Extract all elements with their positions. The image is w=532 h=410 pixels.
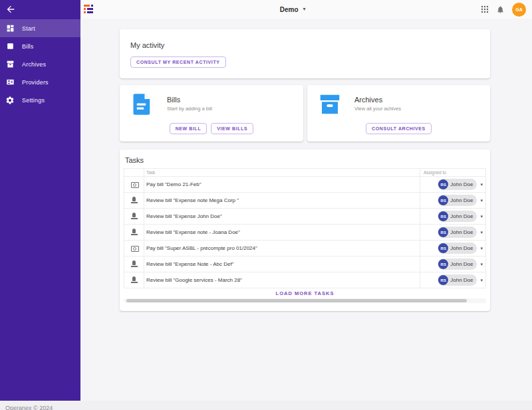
footer: Operanex © 2024 (0, 401, 532, 410)
sidebar-item-archives[interactable]: Archives (0, 55, 80, 73)
task-label: Review bill "Expense note - Joana Doe" (144, 225, 420, 240)
bills-title: Bills (167, 96, 212, 104)
task-type-icon (130, 197, 138, 204)
assigned-column-header: Assigned to (420, 169, 485, 176)
chevron-down-icon[interactable] (480, 214, 483, 219)
sidebar-item-start[interactable]: Start (0, 19, 80, 37)
sidebar-item-settings[interactable]: Settings (0, 91, 80, 109)
workspace-switcher[interactable]: Demo (280, 0, 306, 19)
assignee-chip[interactable]: RS John Doe (438, 243, 477, 254)
task-label: Review bill "Expense Note - Abc Def" (144, 256, 420, 272)
task-label: Review bill "Expense John Doe" (144, 209, 420, 224)
tasks-table: Task Assigned to Pay bill "Demo 21-Feb" … (124, 168, 486, 288)
activity-title: My activity (130, 41, 164, 49)
tasks-table-header: Task Assigned to (124, 169, 485, 177)
task-type-icon (130, 260, 138, 268)
main-content: My activity CONSULT MY RECENT ACTIVITY B… (80, 19, 532, 401)
tasks-title: Tasks (125, 156, 144, 164)
bills-card: Bills Start by adding a bill NEW BILL VI… (120, 85, 303, 142)
app-logo[interactable] (84, 5, 94, 14)
footer-copyright: Operanex © 2024 (0, 403, 53, 410)
task-type-icon (130, 276, 138, 284)
sidebar-nav: Start Bills Archives Providers Settings (0, 19, 80, 109)
archive-icon (5, 60, 15, 69)
assignee-avatar: RS (438, 227, 448, 237)
assignee-chip[interactable]: RS John Doe (438, 179, 477, 190)
table-row: Pay bill "Demo 21-Feb" RS John Doe (124, 177, 485, 193)
task-label: Review bill "Google services - March 28" (144, 272, 420, 288)
assignee-avatar: RS (438, 275, 448, 285)
consult-archives-button[interactable]: CONSULT ARCHIVES (366, 123, 432, 134)
notifications-button[interactable] (496, 5, 505, 14)
note-icon (5, 42, 15, 51)
bell-icon (496, 5, 505, 14)
table-row: Review bill "Expense note Mega Corp " RS… (124, 193, 485, 209)
table-row: Pay bill "Super ASBL - précompte pro 01/… (124, 241, 485, 256)
back-arrow-icon (5, 4, 16, 17)
assignee-chip[interactable]: RS John Doe (438, 227, 477, 238)
table-row: Review bill "Expense John Doe" RS John D… (124, 209, 485, 225)
assignee-name: John Doe (450, 197, 473, 203)
load-more-tasks-button[interactable]: LOAD MORE TASKS (120, 290, 490, 296)
sidebar-item-label: Archives (22, 61, 46, 68)
task-type-icon (130, 213, 138, 220)
task-column-header: Task (144, 169, 420, 176)
gear-icon (5, 96, 15, 105)
user-avatar[interactable]: GA (512, 3, 526, 17)
assignee-chip[interactable]: RS John Doe (438, 274, 477, 286)
horizontal-scrollbar-thumb[interactable] (126, 299, 467, 302)
task-type-icon (130, 245, 138, 252)
archives-card: Archives View all your achives CONSULT A… (307, 85, 490, 142)
sidebar-item-label: Bills (22, 43, 34, 50)
tasks-card: Tasks Task Assigned to Pay bill "Demo 21… (120, 150, 490, 311)
workspace-name: Demo (280, 6, 299, 13)
sidebar: Start Bills Archives Providers Settings (0, 0, 80, 401)
assignee-chip[interactable]: RS John Doe (438, 211, 477, 222)
bills-subtitle: Start by adding a bill (167, 106, 212, 112)
assignee-name: John Doe (450, 261, 473, 267)
new-bill-button[interactable]: NEW BILL (170, 123, 207, 134)
chevron-down-icon[interactable] (480, 246, 483, 251)
assignee-avatar: RS (438, 211, 448, 221)
my-activity-card: My activity CONSULT MY RECENT ACTIVITY (120, 29, 490, 78)
task-type-icon (130, 181, 138, 188)
task-type-icon (130, 229, 138, 236)
sidebar-item-label: Settings (22, 97, 45, 104)
chevron-down-icon[interactable] (480, 278, 483, 282)
assignee-name: John Doe (450, 245, 473, 251)
table-row: Review bill "Google services - March 28"… (124, 272, 485, 288)
chevron-down-icon (303, 7, 306, 12)
assignee-avatar: RS (438, 195, 448, 205)
contact-badge-icon (5, 78, 15, 87)
assignee-chip[interactable]: RS John Doe (438, 195, 477, 206)
sidebar-item-providers[interactable]: Providers (0, 73, 80, 91)
assignee-avatar: RS (438, 243, 448, 253)
archives-title: Archives (354, 96, 401, 104)
assignee-name: John Doe (450, 229, 473, 235)
view-bills-button[interactable]: VIEW BILLS (211, 123, 253, 134)
task-label: Pay bill "Super ASBL - précompte pro 01/… (144, 241, 420, 256)
horizontal-scrollbar-track[interactable] (124, 298, 486, 303)
chevron-down-icon[interactable] (480, 230, 483, 235)
assignee-name: John Doe (450, 181, 473, 187)
chevron-down-icon[interactable] (480, 182, 483, 187)
chevron-down-icon[interactable] (480, 198, 483, 203)
task-label: Review bill "Expense note Mega Corp " (144, 193, 420, 208)
table-row: Review bill "Expense note - Joana Doe" R… (124, 225, 485, 241)
consult-activity-button[interactable]: CONSULT MY RECENT ACTIVITY (130, 56, 226, 68)
icon-column-header (124, 169, 144, 176)
topbar: Demo GA (80, 0, 532, 19)
archive-box-icon (318, 92, 342, 116)
sidebar-item-label: Start (22, 25, 35, 32)
topbar-actions: GA (481, 0, 526, 19)
back-button[interactable] (5, 5, 17, 17)
assignee-avatar: RS (438, 259, 448, 269)
chevron-down-icon[interactable] (480, 262, 483, 266)
document-icon (130, 92, 154, 116)
archives-subtitle: View all your achives (354, 106, 401, 112)
assignee-name: John Doe (450, 277, 473, 283)
table-row: Review bill "Expense Note - Abc Def" RS … (124, 256, 485, 272)
assignee-chip[interactable]: RS John Doe (438, 258, 477, 270)
apps-grid-button[interactable] (481, 5, 489, 13)
sidebar-item-bills[interactable]: Bills (0, 37, 80, 55)
